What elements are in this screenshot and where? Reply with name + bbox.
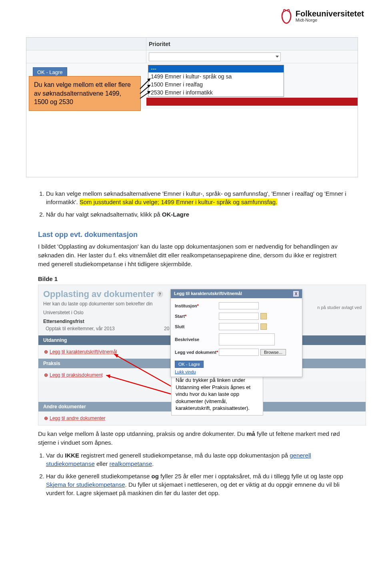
link-realkompetanse[interactable]: realkompetanse	[109, 460, 152, 467]
plus-icon: ⊕	[44, 349, 48, 355]
dropdown-option-2530[interactable]: 2530 Emner i informatikk	[148, 88, 284, 96]
svg-point-2	[284, 10, 285, 11]
link-legg-til-andre[interactable]: Legg til andre dokumenter	[50, 415, 105, 421]
calendar-icon[interactable]	[260, 323, 267, 330]
link-skjema-studiekompetanse[interactable]: Skjema for studiekompetanse	[46, 481, 125, 488]
screenshot-priority-dropdown: Prioritet OK - Lagre --- 1499 Emner i ku…	[26, 37, 358, 177]
callout-alternatives: Du kan velge mellom ett eller flere av s…	[29, 76, 141, 111]
link-legg-til-vitnemal[interactable]: Legg til karakterutskrift/vitnemål	[50, 349, 117, 355]
plus-icon: ⊕	[44, 372, 48, 378]
priority-dropdown-open[interactable]: --- 1499 Emner i kultur- språk og sa 150…	[148, 65, 284, 97]
highlighted-text: Som jusstudent skal du velge; 1499 Emner…	[80, 199, 277, 205]
slutt-input[interactable]	[219, 323, 259, 330]
chevron-down-icon	[276, 56, 279, 58]
brand-sub: Midt-Norge	[296, 18, 364, 22]
dropdown-selected[interactable]: ---	[148, 65, 284, 72]
link-legg-til-praksis[interactable]: Legg til praksisdokument	[50, 372, 103, 378]
beskrivelse-input[interactable]	[219, 333, 275, 345]
numbered-list-1: Du kan velge mellom søknadsalternativene…	[38, 189, 348, 219]
plus-icon: ⊕	[44, 415, 48, 421]
section-heading-dokumentasjon: Last opp evt. dokumentasjon	[38, 231, 348, 239]
browse-button[interactable]: Browse...	[260, 349, 286, 355]
callout-upload-info: Når du trykker på linken under Utdanning…	[171, 373, 263, 415]
help-icon[interactable]: ?	[157, 291, 163, 297]
list-item: Var du IKKE registrert med generell stud…	[46, 451, 348, 468]
paragraph-upload-options: Du kan velge mellom å laste opp utdannin…	[38, 429, 348, 447]
modal-title: Legg til karakterutskrift/vitnemål	[174, 291, 242, 297]
list-item-1: Du kan velge mellom søknadsalternativene…	[46, 189, 348, 206]
lukk-vindu-link[interactable]: Lukk vindu	[175, 369, 298, 374]
institusjon-input[interactable]	[219, 302, 259, 309]
dropdown-option-1500[interactable]: 1500 Emner i realfag	[148, 80, 284, 88]
file-path-input[interactable]	[219, 349, 259, 356]
paragraph-dokumentasjon: I bildet 'Opplasting av dokumentasjon' k…	[38, 242, 348, 268]
screenshot-upload-documents: Opplasting av dokumenter ? Her kan du la…	[38, 285, 366, 425]
list-item: Har du ikke generell studiekompetanse og…	[46, 472, 348, 497]
brand-name: Folkeuniversitetet	[296, 10, 364, 18]
numbered-list-2: Var du IKKE registrert med generell stud…	[38, 451, 348, 497]
brand-logo: Folkeuniversitetet Midt-Norge	[280, 8, 364, 24]
owl-icon	[280, 8, 293, 24]
modal-ok-button[interactable]: OK - Lagre	[175, 361, 204, 368]
column-header-prioritet: Prioritet	[146, 41, 358, 47]
list-item-2: Når du har valgt søknadsalternativ, klik…	[46, 210, 348, 219]
upload-modal: Legg til karakterutskrift/vitnemål X Ins…	[170, 289, 302, 377]
dropdown-option-1499[interactable]: 1499 Emner i kultur- språk og sa	[148, 72, 284, 80]
red-bar	[146, 98, 358, 106]
page-header: Folkeuniversitetet Midt-Norge	[0, 0, 384, 29]
start-input[interactable]	[219, 313, 259, 320]
priority-select[interactable]	[149, 52, 281, 61]
calendar-icon[interactable]	[260, 313, 267, 319]
close-icon[interactable]: X	[293, 291, 299, 297]
bilde-1-label: Bilde 1	[38, 275, 348, 282]
svg-point-3	[288, 10, 289, 11]
